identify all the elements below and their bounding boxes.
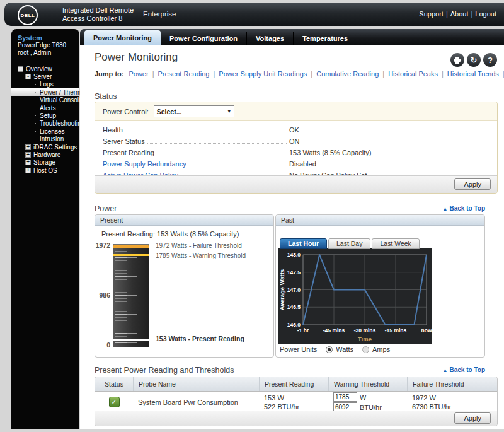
product-name-line1: Integrated Dell Remote — [62, 6, 134, 15]
present-reading-label: 153 Watts - Present Reading — [156, 335, 244, 342]
power-gauge — [113, 244, 149, 347]
row-value: Disabled — [289, 160, 490, 168]
jump-separator: | — [442, 70, 444, 78]
printer-glyph — [454, 59, 461, 62]
app-header: DELL Integrated Dell Remote Access Contr… — [4, 3, 504, 26]
jump-link-power[interactable]: Power — [129, 70, 148, 78]
sidebar-item-licenses[interactable]: Licenses — [11, 127, 79, 135]
chart-range-tabs: Last Hour Last Day Last Week — [280, 238, 421, 249]
table-header-row: Status Probe Name Present Reading Warnin… — [95, 377, 497, 392]
sidebar-item-idrac-settings[interactable]: +iDRAC Settings — [11, 143, 79, 151]
row-label: Health — [103, 126, 123, 134]
tab-last-day[interactable]: Last Day — [328, 238, 370, 249]
sidebar-item-label: Virtual Console — [40, 96, 83, 103]
dell-logo-text: DELL — [21, 13, 35, 18]
sidebar-item-hardware[interactable]: +Hardware — [11, 151, 79, 158]
tab-last-hour[interactable]: Last Hour — [280, 238, 327, 249]
sidebar-item-intrusion[interactable]: Intrusion — [11, 136, 79, 143]
svg-text:147.0: 147.0 — [287, 287, 301, 293]
status-section-heading: Status — [94, 92, 117, 101]
jump-link-psu-readings[interactable]: Power Supply Unit Readings — [219, 70, 307, 78]
tab-bar: Power Monitoring Power Configuration Vol… — [80, 29, 504, 45]
dotted-leader — [147, 139, 287, 144]
jump-link-cumulative-reading[interactable]: Cumulative Reading — [316, 70, 379, 78]
past-chart-svg: 146.0146.5147.0147.5148.0-1 hr-45 mins-3… — [278, 248, 432, 344]
status-row-health: Health OK — [95, 124, 497, 136]
collapse-icon[interactable]: - — [18, 66, 23, 72]
psu-redundancy-link[interactable]: Power Supply Redundancy — [103, 160, 186, 168]
expand-icon[interactable]: + — [25, 144, 31, 150]
logout-link[interactable]: Logout — [475, 10, 496, 18]
jump-link-historical-peaks[interactable]: Historical Peaks — [388, 70, 438, 78]
watts-radio[interactable] — [326, 346, 333, 353]
amps-radio[interactable] — [362, 346, 369, 353]
expand-icon[interactable]: + — [25, 160, 31, 165]
present-panel-header: Present — [95, 215, 273, 226]
power-units-label: Power Units — [280, 346, 317, 353]
support-link[interactable]: Support — [419, 10, 444, 18]
jump-separator: | — [382, 70, 384, 78]
sidebar-item-troubleshooting[interactable]: Troubleshooting — [11, 120, 79, 127]
thresholds-footer: Apply — [95, 411, 497, 426]
tab-last-week[interactable]: Last Week — [372, 238, 419, 249]
product-name: Integrated Dell Remote Access Controller… — [62, 6, 134, 23]
status-apply-button[interactable]: Apply — [454, 178, 491, 190]
power-control-select[interactable]: Select... ▼ — [154, 105, 234, 117]
sidebar-item-power-thermal[interactable]: Power / Thermal — [11, 88, 79, 96]
refresh-glyph: ↻ — [471, 55, 478, 65]
main-content: Power Monitoring ↻ ? Jump to:Power|Prese… — [80, 45, 504, 429]
tab-power-monitoring[interactable]: Power Monitoring — [84, 30, 161, 45]
warning-watts-input[interactable] — [333, 392, 357, 402]
sidebar-item-server[interactable]: -Server — [11, 73, 79, 80]
sidebar-item-logs[interactable]: Logs — [11, 81, 79, 88]
sidebar-item-label: Host OS — [33, 167, 57, 174]
thresholds-apply-button[interactable]: Apply — [454, 412, 491, 424]
about-link[interactable]: About — [450, 10, 469, 18]
collapse-icon[interactable]: - — [25, 74, 31, 79]
sidebar-item-label: Overview — [26, 66, 52, 73]
jump-separator: | — [311, 70, 312, 78]
sidebar-item-label: Storage — [33, 159, 55, 166]
help-icon[interactable]: ? — [483, 53, 497, 67]
sidebar-item-host-os[interactable]: +Host OS — [11, 166, 79, 174]
sidebar-item-storage[interactable]: +Storage — [11, 159, 79, 166]
row-value: ON — [289, 137, 490, 145]
tab-temperatures[interactable]: Temperatures — [294, 32, 357, 45]
tree-twig — [35, 139, 38, 139]
sidebar-item-label: Alerts — [40, 105, 56, 112]
failure-threshold-marker — [113, 245, 149, 248]
tab-power-configuration[interactable]: Power Configuration — [161, 32, 247, 45]
chevron-down-icon: ▼ — [225, 109, 234, 114]
power-control-selected-value: Select... — [154, 108, 225, 115]
watts-radio-label: Watts — [336, 346, 353, 353]
sidebar-item-virtual-console[interactable]: Virtual Console — [11, 96, 79, 104]
svg-text:-1 hr: -1 hr — [297, 327, 309, 334]
sidebar-item-alerts[interactable]: Alerts — [11, 104, 79, 112]
sidebar: System PowerEdge T630 root , Admin -Over… — [11, 29, 79, 429]
svg-text:Time: Time — [358, 336, 372, 342]
expand-icon[interactable]: + — [25, 152, 31, 158]
present-watts: 153 W — [264, 394, 328, 402]
sidebar-item-overview[interactable]: -Overview — [11, 65, 79, 73]
failure-btu: 6730 BTU/hr — [412, 402, 497, 411]
thresholds-section-heading: Present Power Reading and Thresholds — [94, 366, 234, 375]
probe-name-cell: System Board Pwr Consumption — [133, 398, 259, 407]
jump-link-present-reading[interactable]: Present Reading — [158, 70, 210, 78]
back-to-top-link[interactable]: ▲Back to Top — [443, 366, 485, 373]
sidebar-item-setup[interactable]: Setup — [11, 112, 79, 119]
present-reading-cell: 153 W 522 BTU/hr — [259, 394, 328, 411]
power-history-chart: 146.0146.5147.0147.5148.0-1 hr-45 mins-3… — [278, 248, 432, 344]
status-row-present-reading: Present Reading 153 Watts (8.5% Capacity… — [95, 147, 497, 158]
back-to-top-link[interactable]: ▲Back to Top — [443, 205, 485, 212]
expand-icon[interactable]: + — [25, 168, 31, 173]
print-icon[interactable] — [450, 53, 464, 67]
gauge-scale-mid: 986 — [95, 291, 110, 299]
tab-voltages[interactable]: Voltages — [247, 32, 294, 45]
header-divider — [50, 6, 50, 22]
failure-threshold-cell: 1972 W 6730 BTU/hr — [407, 394, 497, 411]
jump-link-historical-trends[interactable]: Historical Trends — [447, 70, 499, 78]
up-triangle-icon: ▲ — [443, 206, 448, 212]
refresh-icon[interactable]: ↻ — [467, 53, 481, 67]
dotted-leader — [189, 161, 287, 166]
svg-text:146.5: 146.5 — [287, 304, 301, 310]
